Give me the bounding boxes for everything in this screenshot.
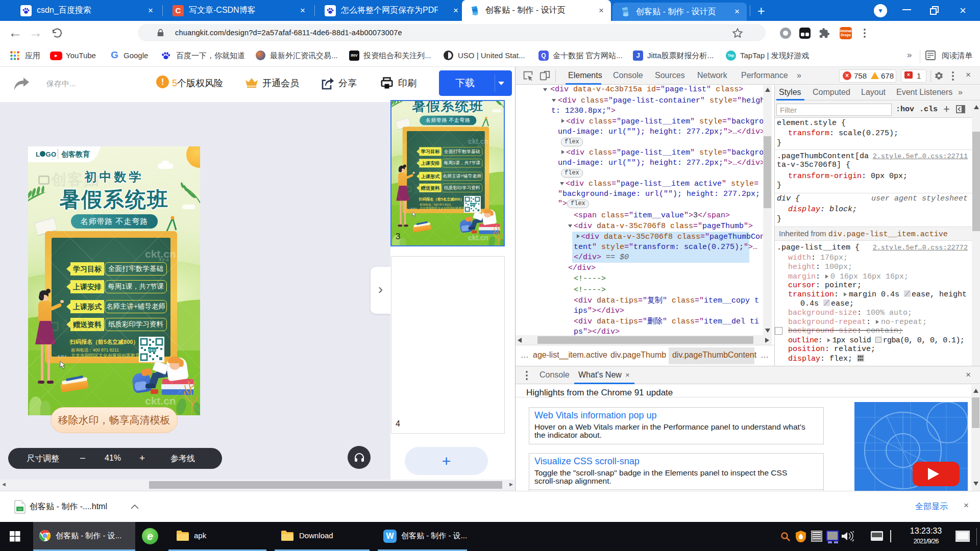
svg-text:<>: <> xyxy=(18,508,22,511)
